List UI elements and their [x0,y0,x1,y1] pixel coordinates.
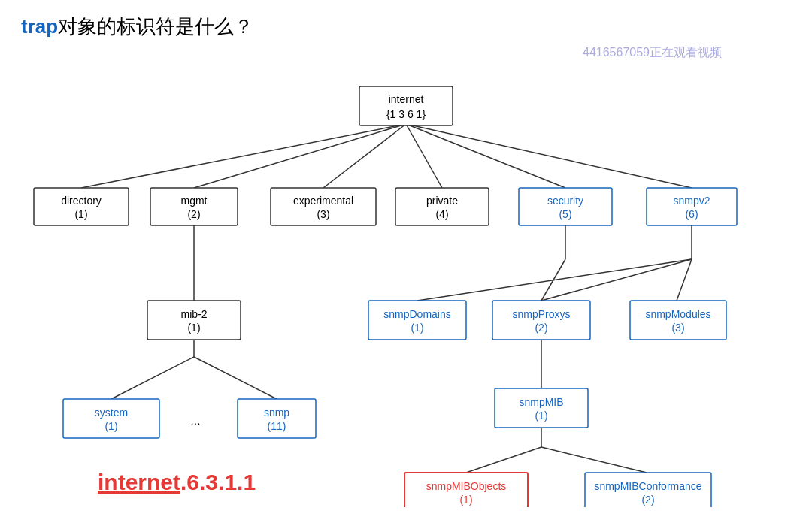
svg-rect-48 [492,301,590,340]
svg-text:snmpModules: snmpModules [645,308,710,320]
svg-text:(1): (1) [459,494,472,506]
svg-line-61 [466,447,541,473]
svg-text:{1 3 6 1}: {1 3 6 1} [386,108,426,120]
svg-text:internet: internet [389,93,424,105]
svg-line-4 [406,124,565,188]
svg-text:security: security [547,195,583,207]
svg-text:snmpMIBConformance: snmpMIBConformance [594,480,701,492]
svg-text:(4): (4) [435,208,448,220]
svg-rect-45 [368,301,466,340]
svg-text:(1): (1) [535,410,547,422]
svg-text:(2): (2) [187,208,200,220]
svg-text:(3): (3) [671,322,684,334]
svg-rect-38 [238,399,316,438]
svg-text:(6): (6) [685,208,698,220]
svg-line-3 [406,124,442,188]
svg-line-2 [323,124,406,188]
svg-text:(1): (1) [187,322,200,334]
svg-line-44 [677,259,692,301]
page-container: trap对象的标识符是什么？ 4416567059正在观看视频 internet… [0,0,812,529]
svg-rect-51 [630,301,726,340]
svg-rect-57 [495,388,588,428]
svg-line-43 [541,259,692,301]
svg-text:(5): (5) [559,208,571,220]
svg-text:mib-2: mib-2 [180,308,207,320]
svg-line-32 [111,357,194,399]
svg-line-42 [417,259,692,301]
svg-text:experimental: experimental [293,195,353,207]
bottom-formula: internet.6.3.1.1 [98,470,256,495]
svg-text:snmpDomains: snmpDomains [383,308,450,320]
svg-text:(1): (1) [411,322,423,334]
svg-text:snmpMIB: snmpMIB [519,396,563,408]
bottom-text-internet: internet [98,470,180,494]
svg-text:(1): (1) [74,208,87,220]
svg-text:mgmt: mgmt [181,195,208,207]
title-bold: trap [21,15,58,38]
svg-rect-34 [63,399,159,438]
svg-text:private: private [426,195,458,207]
svg-line-62 [541,447,647,473]
svg-text:snmpProxys: snmpProxys [512,308,570,320]
svg-rect-28 [147,301,241,340]
svg-text:snmp: snmp [264,407,289,419]
page-title: trap对象的标识符是什么？ [21,14,253,40]
svg-text:system: system [95,407,128,419]
title-suffix: 对象的标识符是什么？ [58,15,253,38]
bottom-text-suffix: .6.3.1.1 [180,470,256,494]
svg-text:snmpv2: snmpv2 [673,195,710,207]
svg-line-1 [194,124,406,188]
svg-text:directory: directory [61,195,102,207]
svg-text:…: … [190,415,201,427]
svg-text:(1): (1) [105,420,117,432]
svg-text:(11): (11) [268,420,286,432]
svg-text:(3): (3) [317,208,329,220]
svg-text:snmpMIBObjects: snmpMIBObjects [426,480,507,492]
svg-line-33 [194,357,277,399]
tree-diagram: internet {1 3 6 1} directory (1) mgmt (2… [0,41,812,507]
svg-line-5 [406,124,692,188]
svg-line-0 [81,124,406,188]
svg-text:(2): (2) [535,322,547,334]
svg-text:(2): (2) [641,494,654,506]
